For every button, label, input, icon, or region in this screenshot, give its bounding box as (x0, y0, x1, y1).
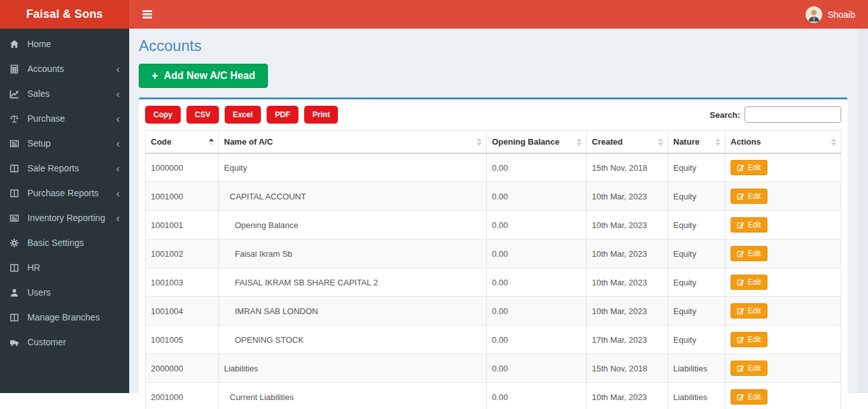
sidebar-item[interactable]: Purchase ‹ (0, 106, 129, 131)
search-box: Search: (710, 106, 841, 123)
cell-code: 2000000 (146, 354, 219, 383)
gear-icon (10, 238, 22, 248)
column-header[interactable]: Name of A/C (219, 131, 487, 154)
cell-opening-balance: 0.00 (487, 326, 587, 354)
cell-nature: Equity (668, 182, 725, 211)
sidebar-item[interactable]: Sale Reports ‹ (0, 156, 129, 181)
sidebar-item-label: Manage Branches (27, 313, 116, 322)
edit-button[interactable]: Edit (731, 246, 767, 261)
sidebar-item[interactable]: Setup ‹ (0, 131, 129, 156)
export-button[interactable]: CSV (186, 106, 219, 124)
pencil-square-icon (737, 307, 745, 315)
cell-opening-balance: 0.00 (487, 240, 587, 268)
sidebar-item[interactable]: Sales ‹ (0, 82, 129, 106)
chevron-left-icon: ‹ (116, 165, 120, 173)
cell-opening-balance: 0.00 (487, 182, 587, 211)
main-content: Accounts + Add New A/C Head Copy CSV Exc… (129, 29, 868, 393)
column-header[interactable]: Nature (668, 131, 725, 154)
hamburger-icon (143, 10, 152, 12)
accounts-table: Code Name of A/C (145, 130, 841, 409)
sidebar-toggle-button[interactable] (139, 5, 156, 24)
sidebar-item[interactable]: Inventory Reporting ‹ (0, 206, 129, 231)
cell-nature: Equity (668, 211, 725, 240)
cell-opening-balance: 0.00 (487, 297, 587, 326)
chart-line-icon (10, 89, 22, 99)
cell-actions: Edit (725, 326, 841, 354)
sidebar-item[interactable]: Accounts ‹ (0, 57, 129, 82)
add-ac-head-button[interactable]: + Add New A/C Head (139, 64, 268, 88)
export-button[interactable]: Excel (225, 106, 261, 124)
cell-code: 2001000 (146, 383, 219, 409)
user-name: Shoaib (827, 10, 855, 20)
newspaper-icon (10, 213, 22, 223)
edit-button[interactable]: Edit (731, 361, 767, 376)
cell-actions: Edit (725, 354, 841, 383)
scrollbar-track[interactable] (858, 29, 868, 393)
cell-nature: Liabilities (668, 354, 725, 383)
truck-icon (10, 338, 22, 347)
cell-name: Equity (219, 154, 487, 182)
column-header[interactable]: Actions (725, 131, 841, 154)
cell-created: 10th Mar, 2023 (587, 268, 668, 297)
edit-button[interactable]: Edit (731, 160, 767, 175)
cell-code: 1001001 (146, 211, 219, 240)
column-header[interactable]: Created (587, 131, 668, 154)
user-menu[interactable]: Shoaib (806, 6, 855, 23)
table-row: 2001000 Current Liabilities 0.00 10th Ma… (146, 383, 841, 409)
cell-created: 10th Mar, 2023 (587, 211, 668, 240)
table-header-row: Code Name of A/C (146, 131, 841, 154)
balance-scale-icon (10, 114, 22, 124)
sidebar-item-label: Customer (27, 338, 116, 347)
sort-icon (477, 138, 482, 146)
table-row: 1001002 Faisal Ikram Sb 0.00 10th Mar, 2… (146, 240, 841, 268)
pencil-square-icon (737, 164, 745, 171)
brand-logo[interactable]: Faisal & Sons (0, 0, 129, 29)
columns-icon (10, 164, 22, 173)
sidebar-item[interactable]: Users ‹ (0, 280, 129, 305)
sidebar-item-label: Basic Settings (27, 238, 116, 248)
cell-created: 10th Mar, 2023 (587, 240, 668, 268)
top-navbar: Faisal & Sons Shoaib (0, 0, 868, 29)
sidebar-item[interactable]: Purchase Reports ‹ (0, 181, 129, 206)
sort-icon (577, 138, 582, 146)
table-row: 1001003 FAISAL IKRAM SB SHARE CAPITAL 2 … (146, 268, 841, 297)
pencil-square-icon (737, 336, 745, 343)
cell-name: FAISAL IKRAM SB SHARE CAPITAL 2 (219, 268, 487, 297)
chevron-left-icon: ‹ (116, 115, 120, 123)
sidebar-item-label: Users (27, 288, 116, 298)
plus-icon: + (151, 71, 158, 80)
table-toolbar: Copy CSV Excel PDF Print Search: (145, 106, 841, 124)
cell-name: Liabilities (219, 354, 487, 383)
export-button[interactable]: PDF (267, 106, 298, 124)
search-input[interactable] (745, 106, 841, 123)
cell-code: 1001002 (146, 240, 219, 268)
column-header[interactable]: Code (146, 131, 219, 154)
table-row: 1000000 Equity 0.00 15th Nov, 2018 Equit… (146, 154, 841, 182)
export-button[interactable]: Print (304, 106, 338, 124)
sidebar-item[interactable]: Customer ‹ (0, 330, 129, 355)
edit-button[interactable]: Edit (731, 275, 767, 290)
cell-actions: Edit (725, 240, 841, 268)
cell-opening-balance: 0.00 (487, 354, 587, 383)
navbar-body: Shoaib (129, 0, 868, 29)
sidebar-item[interactable]: Home ‹ (0, 32, 129, 57)
cell-name: Opening Balance (219, 211, 487, 240)
cell-nature: Equity (668, 268, 725, 297)
sidebar-item[interactable]: HR ‹ (0, 255, 129, 280)
edit-button[interactable]: Edit (731, 332, 767, 347)
sidebar-item[interactable]: Manage Branches ‹ (0, 305, 129, 330)
cell-code: 1001003 (146, 268, 219, 297)
table-row: 1001004 IMRAN SAB LONDON 0.00 10th Mar, … (146, 297, 841, 326)
columns-icon (10, 263, 22, 273)
column-header[interactable]: Opening Balance (487, 131, 587, 154)
edit-button[interactable]: Edit (731, 303, 767, 319)
table-row: 2000000 Liabilities 0.00 15th Nov, 2018 … (146, 354, 841, 383)
sidebar-item-label: HR (27, 263, 116, 273)
cell-actions: Edit (725, 268, 841, 297)
sidebar-item[interactable]: Basic Settings ‹ (0, 231, 129, 255)
export-button[interactable]: Copy (145, 106, 181, 124)
pencil-square-icon (737, 278, 745, 286)
edit-button[interactable]: Edit (731, 389, 767, 405)
edit-button[interactable]: Edit (731, 217, 767, 233)
edit-button[interactable]: Edit (731, 189, 767, 204)
